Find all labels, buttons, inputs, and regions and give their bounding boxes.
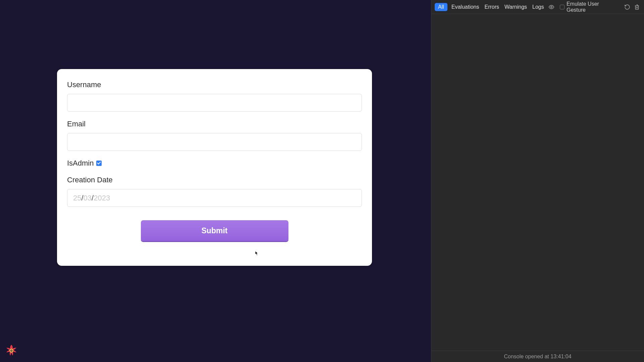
- console-body: [431, 14, 644, 351]
- console-footer-text: Console opened at 13:41:04: [504, 354, 571, 360]
- emulate-gesture-toggle[interactable]: Emulate User Gesture: [560, 1, 618, 13]
- filter-logs-button[interactable]: Logs: [531, 3, 545, 11]
- username-field-group: Username: [67, 80, 362, 112]
- submit-button[interactable]: Submit: [141, 220, 288, 241]
- form-card: Username Email IsAdmin Creation Date 25/…: [57, 69, 372, 266]
- svg-point-3: [550, 6, 552, 8]
- isadmin-checkbox[interactable]: [96, 161, 102, 166]
- filter-all-button[interactable]: All: [435, 3, 447, 11]
- username-label: Username: [67, 80, 362, 89]
- trash-icon[interactable]: [634, 3, 641, 11]
- date-field-group: Creation Date 25/03/2023: [67, 176, 362, 207]
- emulate-gesture-checkbox[interactable]: [560, 5, 565, 9]
- username-input[interactable]: [67, 94, 362, 112]
- cursor-pointer-icon: [254, 250, 259, 257]
- email-label: Email: [67, 120, 362, 128]
- console-filter-bar: All Evaluations Errors Warnings Logs Emu…: [431, 0, 644, 14]
- email-input[interactable]: [67, 133, 362, 151]
- date-input[interactable]: [67, 189, 362, 207]
- eye-icon[interactable]: [548, 4, 555, 10]
- filter-evaluations-button[interactable]: Evaluations: [450, 3, 481, 11]
- svg-point-2: [11, 350, 12, 351]
- isadmin-field-group: IsAdmin: [67, 159, 362, 168]
- react-query-logo-icon: [4, 343, 19, 358]
- email-field-group: Email: [67, 120, 362, 151]
- console-footer: Console opened at 13:41:04: [431, 351, 644, 362]
- devtools-panel: All Evaluations Errors Warnings Logs Emu…: [431, 0, 644, 362]
- isadmin-label: IsAdmin: [67, 159, 94, 168]
- filter-warnings-button[interactable]: Warnings: [503, 3, 528, 11]
- emulate-gesture-label: Emulate User Gesture: [567, 1, 618, 13]
- filter-errors-button[interactable]: Errors: [483, 3, 501, 11]
- date-label: Creation Date: [67, 176, 362, 184]
- refresh-icon[interactable]: [624, 3, 631, 11]
